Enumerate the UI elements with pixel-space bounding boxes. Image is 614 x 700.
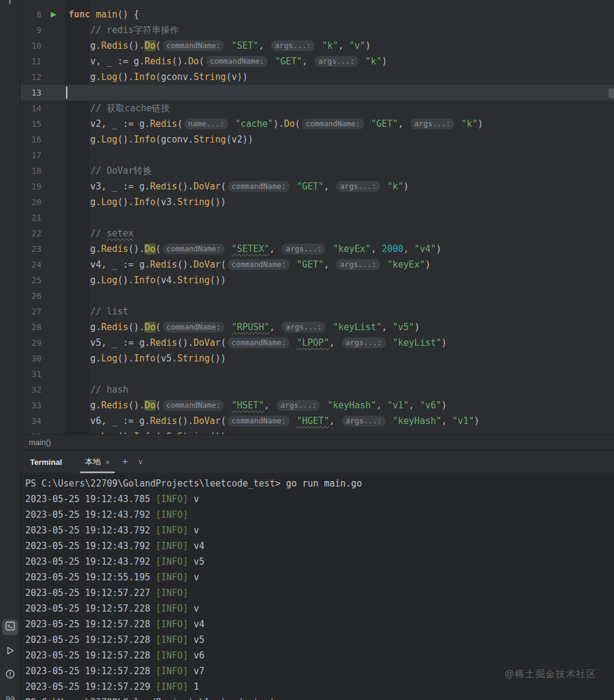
code-line[interactable]: 35 g.Log().Info(v6.String()) bbox=[20, 429, 614, 434]
editor[interactable]: 8func main() {9 // redis字符串操作10 g.Redis(… bbox=[20, 0, 614, 434]
line-number[interactable]: 16 bbox=[20, 132, 47, 147]
terminal-panel-title[interactable]: Terminal bbox=[30, 458, 62, 467]
code-token: "v1" bbox=[387, 400, 409, 411]
code-token: v3, _ := g. bbox=[69, 181, 150, 192]
line-number[interactable]: 8 bbox=[20, 7, 47, 22]
code-token: (). bbox=[117, 72, 134, 82]
gutter-icon-area bbox=[47, 272, 69, 288]
line-number[interactable]: 24 bbox=[20, 257, 47, 272]
code-line[interactable]: 32 // hash bbox=[20, 382, 614, 398]
line-number[interactable]: 11 bbox=[20, 54, 47, 69]
log-message: v5 bbox=[188, 634, 204, 645]
run-tool-button[interactable] bbox=[2, 644, 18, 660]
code-line[interactable]: 22 // setex bbox=[20, 226, 614, 241]
scrollbar-caret-marker[interactable] bbox=[609, 88, 614, 98]
code-text: // DoVar转换 bbox=[69, 163, 152, 179]
line-number[interactable]: 20 bbox=[20, 194, 47, 210]
line-number[interactable]: 30 bbox=[20, 351, 47, 366]
code-line[interactable]: 12 g.Log().Info(gconv.String(v)) bbox=[20, 69, 614, 85]
code-line[interactable]: 31 bbox=[20, 366, 614, 382]
code-line[interactable]: 29 v5, _ := g.Redis().DoVar(commandName:… bbox=[20, 335, 614, 351]
code-token bbox=[291, 337, 296, 348]
line-number[interactable]: 27 bbox=[20, 304, 47, 319]
code-token: ( bbox=[221, 181, 226, 192]
code-line[interactable]: 26 bbox=[20, 288, 614, 304]
line-number[interactable]: 33 bbox=[20, 398, 47, 413]
stripe-badge[interactable]: 99 bbox=[2, 691, 18, 700]
code-line[interactable]: 27 // list bbox=[20, 304, 614, 319]
code-token: Do bbox=[144, 40, 155, 51]
terminal-line: 2023-05-25 19:12:55.195 [INFO] v bbox=[20, 570, 614, 585]
new-terminal-button[interactable]: + bbox=[122, 456, 129, 467]
line-number[interactable]: 9 bbox=[20, 22, 47, 38]
code-token: ( bbox=[156, 322, 161, 333]
code-line[interactable]: 21 bbox=[20, 210, 614, 226]
line-number[interactable]: 26 bbox=[20, 288, 47, 304]
code-line[interactable]: 10 g.Redis().Do(commandName: "SET", args… bbox=[20, 38, 614, 54]
log-message: v bbox=[188, 525, 199, 536]
line-number[interactable]: 35 bbox=[20, 429, 47, 434]
close-icon[interactable]: × bbox=[105, 458, 110, 467]
code-line[interactable]: 34 v6, _ := g.Redis().DoVar(commandName:… bbox=[20, 413, 614, 429]
terminal-tool-button[interactable] bbox=[2, 619, 18, 635]
code-token: Redis bbox=[101, 322, 128, 333]
code-line[interactable]: 16 g.Log().Info(gconv.String(v2)) bbox=[20, 132, 614, 147]
terminal-session-tab[interactable]: 本地 × bbox=[79, 450, 116, 473]
code-line[interactable]: 33 g.Redis().Do(commandName: "HSET", arg… bbox=[20, 398, 614, 413]
line-number[interactable]: 10 bbox=[20, 38, 47, 54]
code-token: Info bbox=[134, 197, 155, 207]
code-token: "LPOP" bbox=[296, 337, 329, 348]
code-line[interactable]: 25 g.Log().Info(v4.String()) bbox=[20, 272, 614, 288]
code-line[interactable]: 8func main() { bbox=[20, 7, 614, 22]
terminal-panel[interactable]: PS C:\Users\22709\GolandProjects\leetcod… bbox=[20, 474, 614, 700]
code-line[interactable]: 18 // DoVar转换 bbox=[20, 163, 614, 179]
log-level: [INFO] bbox=[156, 588, 188, 598]
line-number[interactable]: 34 bbox=[20, 413, 47, 429]
line-number[interactable]: 18 bbox=[20, 163, 47, 179]
code-token: String bbox=[177, 197, 210, 207]
line-number[interactable]: 25 bbox=[20, 272, 47, 288]
line-number[interactable]: 28 bbox=[20, 319, 47, 335]
code-line[interactable]: 19 v3, _ := g.Redis().DoVar(commandName:… bbox=[20, 179, 614, 194]
code-token: (v5. bbox=[156, 353, 177, 364]
gutter-icon-area bbox=[47, 319, 69, 335]
line-number[interactable]: 17 bbox=[20, 147, 47, 163]
line-number[interactable]: 29 bbox=[20, 335, 47, 351]
line-number[interactable]: 31 bbox=[20, 366, 47, 382]
line-number[interactable]: 19 bbox=[20, 179, 47, 194]
code-line[interactable]: 28 g.Redis().Do(commandName: "RPUSH", ar… bbox=[20, 319, 614, 335]
inlay-hint: commandName: bbox=[163, 322, 224, 333]
run-gutter-icon[interactable] bbox=[47, 7, 69, 22]
code-token: Redis bbox=[150, 259, 177, 270]
line-number[interactable]: 15 bbox=[20, 116, 47, 132]
code-line[interactable]: 24 v4, _ := g.Redis().DoVar(commandName:… bbox=[20, 257, 614, 272]
code-line[interactable]: 14 // 获取cache链接 bbox=[20, 100, 614, 116]
code-line[interactable]: 11 v, _ := g.Redis().Do(commandName: "GE… bbox=[20, 54, 614, 69]
line-number[interactable]: 21 bbox=[20, 210, 47, 226]
code-token: , bbox=[302, 56, 313, 67]
log-timestamp: 2023-05-25 19:12:43.792 bbox=[25, 509, 156, 520]
line-number[interactable]: 12 bbox=[20, 69, 47, 85]
breadcrumb[interactable]: main() bbox=[29, 438, 51, 447]
code-token: (). bbox=[128, 40, 144, 51]
line-number[interactable]: 23 bbox=[20, 241, 47, 257]
chevron-down-icon[interactable]: ∨ bbox=[138, 456, 143, 467]
code-line[interactable]: 13 bbox=[20, 85, 614, 100]
inlay-hint: commandName: bbox=[163, 40, 224, 51]
code-token: func bbox=[69, 9, 90, 20]
line-number[interactable]: 32 bbox=[20, 382, 47, 398]
line-number[interactable]: 13 bbox=[20, 85, 47, 100]
problems-tool-button[interactable] bbox=[2, 668, 18, 683]
line-number[interactable]: 14 bbox=[20, 100, 47, 116]
code-line[interactable]: 9 // redis字符串操作 bbox=[20, 22, 614, 38]
code-line[interactable]: 30 g.Log().Info(v5.String()) bbox=[20, 351, 614, 366]
code-token: "k" bbox=[387, 181, 404, 192]
code-line[interactable]: 15 v2, _ := g.Redis(name...: "cache").Do… bbox=[20, 116, 614, 132]
code-text: g.Redis().Do(commandName: "SETEX", args.… bbox=[69, 241, 441, 257]
code-line[interactable]: 20 g.Log().Info(v3.String()) bbox=[20, 194, 614, 210]
code-token: ()) bbox=[210, 275, 226, 286]
code-text: g.Log().Info(v5.String()) bbox=[69, 351, 226, 366]
line-number[interactable]: 22 bbox=[20, 226, 47, 241]
code-line[interactable]: 23 g.Redis().Do(commandName: "SETEX", ar… bbox=[20, 241, 614, 257]
code-line[interactable]: 17 bbox=[20, 147, 614, 163]
